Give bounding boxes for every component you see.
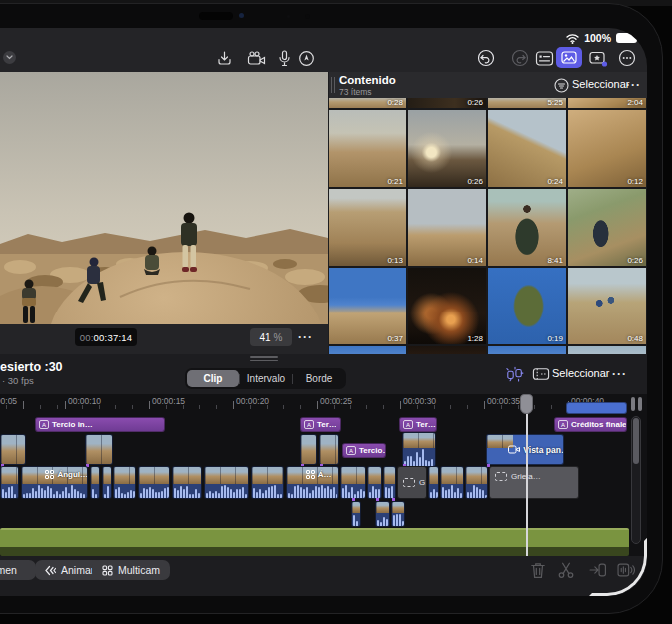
primary-video-clip[interactable]	[428, 466, 439, 499]
primary-video-clip[interactable]	[440, 466, 464, 499]
tab-clip[interactable]: Clip	[187, 370, 239, 387]
media-thumbnail[interactable]: 0:28	[329, 98, 406, 108]
media-thumbnail[interactable]	[329, 346, 406, 354]
media-browser-button-active[interactable]	[556, 47, 582, 68]
front-camera	[239, 13, 244, 18]
clips-button[interactable]	[588, 48, 608, 68]
viewer-video-frame[interactable]	[0, 72, 328, 324]
microphone-button[interactable]	[274, 48, 294, 68]
panel-grip-icon[interactable]	[331, 77, 335, 93]
media-thumbnail[interactable]: 2:04	[568, 98, 646, 108]
timeline-zoom-handle[interactable]	[631, 397, 635, 411]
playhead-handle[interactable]	[520, 394, 533, 414]
media-thumbnail[interactable]: 0:48	[568, 268, 646, 344]
primary-video-clip[interactable]	[113, 466, 136, 499]
zoom-level[interactable]: 41 %	[250, 328, 292, 346]
timeline-ruler[interactable]: 00:00:0500:00:1000:00:1500:00:2000:00:25…	[0, 394, 629, 410]
title-clip[interactable]: ACréditos finales	[554, 417, 627, 432]
playhead[interactable]	[526, 394, 528, 556]
undo-button[interactable]	[476, 48, 496, 68]
primary-video-clip[interactable]	[0, 466, 19, 499]
connected-below-clip[interactable]	[391, 501, 405, 527]
scissors-icon[interactable]	[557, 561, 575, 579]
connected-below-clip[interactable]	[351, 501, 361, 527]
media-thumbnail[interactable]: 0:24	[488, 110, 566, 187]
media-thumbnail[interactable]: 0:26	[408, 110, 486, 187]
redo-button[interactable]	[510, 48, 530, 68]
camera-button[interactable]	[246, 48, 266, 68]
primary-video-clip[interactable]	[383, 466, 396, 499]
title-clip[interactable]: ATercio in…	[35, 417, 165, 432]
pencil-button[interactable]	[296, 48, 316, 68]
clip-appearance-icon[interactable]	[532, 365, 550, 383]
media-thumbnail[interactable]: 5:25	[488, 98, 566, 108]
timeline-select-button[interactable]: Seleccionar	[552, 367, 609, 379]
media-thumbnail[interactable]: 0:37	[329, 268, 406, 344]
connected-below-clip[interactable]	[375, 501, 390, 527]
primary-video-clip[interactable]	[204, 466, 249, 499]
connected-video-clip[interactable]	[0, 434, 26, 465]
title-clip[interactable]: ATer…	[399, 417, 437, 432]
media-thumbnail[interactable]: 0:21	[329, 110, 406, 187]
project-title: Desierto :30	[0, 360, 63, 374]
media-thumbnail[interactable]: 0:14	[408, 189, 486, 266]
primary-video-clip[interactable]	[138, 466, 170, 499]
primary-video-clip[interactable]: Á…	[286, 466, 339, 499]
viewer-more-button[interactable]: ···	[298, 330, 313, 344]
primary-video-clip[interactable]	[367, 466, 382, 499]
connected-video-clip[interactable]: Vista pan…	[486, 434, 564, 465]
tab-intervalo[interactable]: Intervalo	[240, 370, 292, 387]
filter-icon[interactable]	[554, 78, 569, 93]
content-select-button[interactable]: Seleccionar	[572, 78, 629, 90]
volume-button[interactable]: Volumen	[0, 560, 36, 580]
primary-video-clip[interactable]	[102, 466, 112, 499]
media-thumbnail[interactable]: 8:41	[488, 189, 566, 266]
multicam-button[interactable]: Multicam	[92, 560, 170, 580]
title-clip[interactable]: ATercio…	[342, 443, 386, 458]
content-count: 73 ítems	[339, 87, 372, 97]
audio-music-clip[interactable]	[0, 528, 629, 556]
media-thumbnail[interactable]	[568, 346, 646, 354]
timeline[interactable]: 00:00:0500:00:1000:00:1500:00:2000:00:25…	[0, 394, 647, 556]
media-thumbnail[interactable]: 0:19	[488, 268, 566, 344]
trash-icon[interactable]	[529, 561, 547, 579]
timeline-header: Desierto :30 · 30 fps ClipIntervaloBorde…	[0, 354, 647, 394]
video-camera-icon	[508, 445, 520, 454]
chevron-down-button[interactable]	[3, 51, 16, 64]
media-thumbnail[interactable]: 0:26	[408, 98, 486, 108]
media-thumbnail[interactable]: 0:26	[568, 189, 646, 266]
gap-clip[interactable]: G…	[397, 466, 427, 499]
connected-video-clip[interactable]	[402, 432, 436, 467]
timeline-scrollbar-thumb[interactable]	[633, 418, 639, 464]
ruler-label: 00:00:30	[403, 396, 436, 406]
media-thumbnail[interactable]: 1:28	[408, 268, 486, 344]
timeline-more-button[interactable]: ···	[612, 367, 627, 381]
more-button[interactable]	[617, 48, 637, 68]
connected-clip-bar[interactable]	[566, 402, 627, 414]
connected-video-clip[interactable]	[85, 434, 113, 465]
media-thumbnail[interactable]: 0:12	[568, 110, 646, 187]
primary-video-clip[interactable]	[340, 466, 366, 499]
panel-drag-handle[interactable]	[250, 356, 278, 361]
clip-duration: 0:13	[387, 256, 403, 265]
content-more-button[interactable]: ···	[626, 78, 641, 92]
connected-video-clip[interactable]	[300, 434, 317, 465]
primary-video-clip[interactable]	[90, 466, 100, 499]
timeline-zoom-handle-2[interactable]	[638, 397, 642, 411]
connected-video-clip[interactable]	[319, 434, 339, 465]
magnetic-timeline-icon[interactable]	[506, 365, 524, 383]
multicam-grid-icon	[45, 470, 54, 479]
primary-video-clip[interactable]	[172, 466, 202, 499]
timecode-display[interactable]: 00:00:37:14	[75, 328, 137, 346]
browser-list-button[interactable]	[534, 48, 554, 68]
import-button[interactable]	[214, 48, 234, 68]
primary-video-clip[interactable]	[251, 466, 284, 499]
media-thumbnail[interactable]	[488, 346, 566, 354]
primary-video-clip[interactable]: Ángul…	[21, 466, 88, 499]
media-thumbnail[interactable]	[408, 346, 486, 354]
media-thumbnail[interactable]: 0:13	[329, 189, 406, 266]
tab-borde[interactable]: Borde	[293, 370, 344, 387]
title-clip[interactable]: ATer…	[300, 417, 341, 432]
gap-clip[interactable]: Grieta…	[489, 466, 579, 499]
primary-video-clip[interactable]	[465, 466, 488, 499]
